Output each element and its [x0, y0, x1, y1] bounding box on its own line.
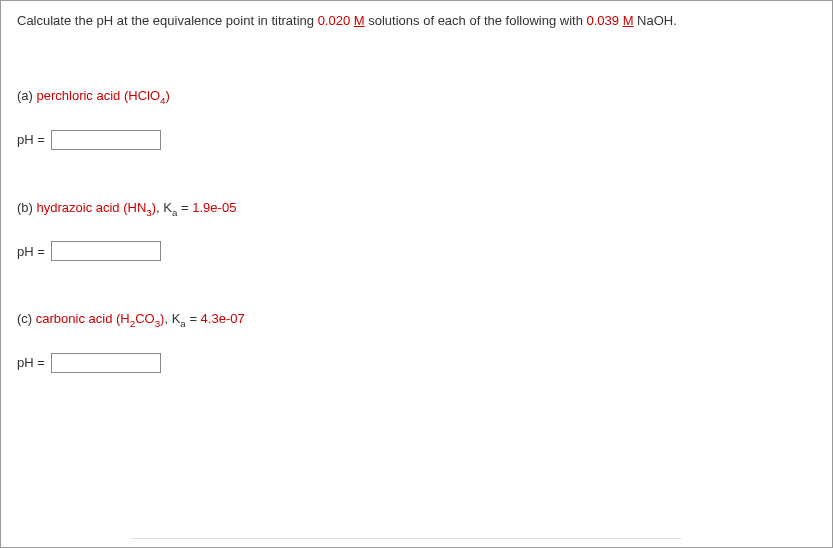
question-container: Calculate the pH at the equivalence poin… [0, 0, 833, 548]
part-a-input-row: pH = [17, 130, 816, 150]
part-c-ph-label: pH = [17, 355, 45, 370]
part-b: (b) hydrazoic acid (HN3), Ka = 1.9e-05 p… [17, 200, 816, 262]
part-a: (a) perchloric acid (HClO4) pH = [17, 88, 816, 150]
part-a-ph-label: pH = [17, 132, 45, 147]
part-a-letter: (a) [17, 88, 37, 103]
part-b-ka: , Ka = [156, 200, 192, 215]
question-prompt: Calculate the pH at the equivalence poin… [17, 13, 816, 28]
part-c-acid: carbonic acid (H2CO3) [36, 311, 165, 326]
part-c: (c) carbonic acid (H2CO3), Ka = 4.3e-07 … [17, 311, 816, 373]
part-b-ph-label: pH = [17, 244, 45, 259]
part-c-letter: (c) [17, 311, 36, 326]
concentration-1: 0.020 [318, 13, 354, 28]
part-c-ka: , Ka = [164, 311, 200, 326]
part-a-label: (a) perchloric acid (HClO4) [17, 88, 816, 106]
part-a-acid: perchloric acid (HClO4) [37, 88, 170, 103]
part-c-ph-input[interactable] [51, 353, 161, 373]
part-b-ka-value: 1.9e-05 [192, 200, 236, 215]
part-b-letter: (b) [17, 200, 37, 215]
divider-line [131, 538, 681, 539]
part-a-ph-input[interactable] [51, 130, 161, 150]
part-c-label: (c) carbonic acid (H2CO3), Ka = 4.3e-07 [17, 311, 816, 329]
part-b-label: (b) hydrazoic acid (HN3), Ka = 1.9e-05 [17, 200, 816, 218]
part-c-ka-value: 4.3e-07 [201, 311, 245, 326]
part-b-acid: hydrazoic acid (HN3) [37, 200, 157, 215]
part-b-ph-input[interactable] [51, 241, 161, 261]
concentration-2: 0.039 [587, 13, 623, 28]
question-prefix: Calculate the pH at the equivalence poin… [17, 13, 318, 28]
molar-2: M [623, 13, 634, 28]
question-middle: solutions of each of the following with [365, 13, 587, 28]
part-c-input-row: pH = [17, 353, 816, 373]
part-b-input-row: pH = [17, 241, 816, 261]
question-suffix: NaOH. [634, 13, 677, 28]
molar-1: M [354, 13, 365, 28]
